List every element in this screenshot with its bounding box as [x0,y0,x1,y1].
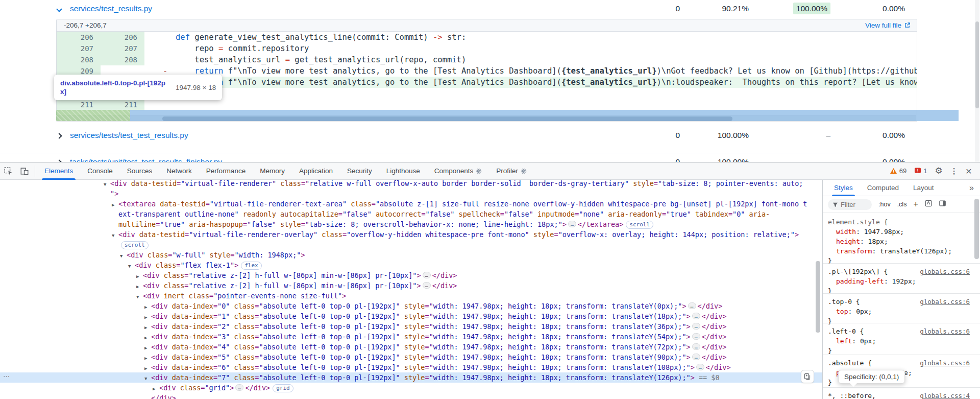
ellipsis-button[interactable]: … [692,323,700,330]
chevron-right-icon[interactable] [57,157,61,162]
tab-sources[interactable]: Sources [120,162,160,180]
stylesheet-link[interactable]: globals.css:6 [920,267,970,276]
more-tabs-icon[interactable]: » [969,183,980,193]
expand-arrow-icon[interactable]: ▶ [153,384,159,394]
dom-tree-row[interactable]: multiline="true" aria-haspopup="false" s… [0,219,822,229]
css-property[interactable]: width: 1947.98px; [823,227,980,237]
dom-tree-row[interactable]: "> [0,189,822,199]
dom-tree-row[interactable]: ▼<div data-testid="virtual-file-renderer… [0,180,822,189]
dom-tree-row[interactable]: ▼<div class="w-full" style="width: 1948p… [0,250,822,260]
dom-tree-row[interactable]: ▼<div data-index="7" class="absolute lef… [0,372,822,383]
layout-badge[interactable]: scroll [121,241,149,249]
view-full-file-link[interactable]: View full file [865,21,911,29]
dom-tree-row[interactable]: ▼<div inert class="pointer-events-none s… [0,291,822,301]
file-link[interactable]: tasks/tests/unit/test_test_results_finis… [70,157,222,162]
dom-tree-row[interactable]: ▶<div class="relative z-[2] h-full w-[86… [0,270,822,280]
inspect-element-icon[interactable] [0,162,16,180]
stylesheet-link[interactable]: globals.css:4 [920,391,970,399]
css-selector[interactable]: .absolute { [828,359,872,367]
file-link[interactable]: services/test_results.py [70,4,152,13]
expand-arrow-icon[interactable]: ▶ [144,343,151,353]
tab-lighthouse[interactable]: Lighthouse [379,162,427,180]
tab-console[interactable]: Console [80,162,120,180]
file-link[interactable]: services/tests/test_test_results.py [70,131,188,140]
expand-arrow-icon[interactable]: ▶ [136,281,143,292]
ellipsis-button[interactable]: … [692,343,700,350]
expand-arrow-icon[interactable]: ▶ [136,271,143,281]
tab-layout[interactable]: Layout [913,180,934,196]
expand-arrow-icon[interactable]: ▶ [112,200,118,210]
dom-tree-row[interactable]: ext-transparent outline-none" readonly a… [0,209,822,219]
css-selector[interactable]: *, ::before, [828,392,876,399]
dom-panel-scrollbar-thumb[interactable] [816,261,820,333]
tab-styles[interactable]: Styles [834,180,853,196]
stylesheet-link[interactable]: globals.css:6 [920,358,970,368]
ellipsis-button[interactable]: … [688,302,696,309]
more-options-icon[interactable]: ⋮ [950,167,958,176]
tab-elements[interactable]: Elements [37,162,80,180]
chevron-right-icon[interactable] [57,131,61,140]
tab-memory[interactable]: Memory [253,162,292,180]
collapse-arrow-icon[interactable]: ▼ [128,261,135,271]
dom-tree-row[interactable]: ▶<div data-index="1" class="absolute lef… [0,311,822,321]
ellipsis-button[interactable]: … [692,333,700,340]
dom-tree-row[interactable]: ▶<div data-index="2" class="absolute lef… [0,321,822,332]
tab-network[interactable]: Network [159,162,199,180]
console-warnings-button[interactable]: 69 [890,167,906,175]
css-property[interactable]: padding-left: 192px; [823,276,980,286]
dom-tree-row[interactable]: ▼<div data-testid="virtual-file-renderer… [0,229,822,240]
dom-tree-row[interactable]: ▶<div class="relative z-[2] h-full w-[86… [0,280,822,291]
tab-computed[interactable]: Computed [867,180,899,196]
new-style-rule-button[interactable]: + [913,200,918,209]
device-toolbar-icon[interactable] [16,162,33,180]
dom-tree-row[interactable]: ▶<div class="grid">…</div>grid [0,383,822,393]
row-options-icon[interactable]: ⋯ [3,372,10,380]
expand-arrow-icon[interactable]: ▶ [144,333,151,343]
expand-arrow-icon[interactable]: ▶ [144,363,151,373]
ellipsis-button[interactable]: … [568,221,576,227]
ellipsis-button[interactable]: … [696,364,704,370]
dom-tree-row[interactable]: scroll [0,240,822,250]
styles-filter-input[interactable] [841,201,867,208]
expand-arrow-icon[interactable]: ▶ [144,302,151,312]
ellipsis-button[interactable]: … [692,313,700,319]
ellipsis-button[interactable]: … [423,272,431,278]
ellipsis-button[interactable]: … [235,384,243,391]
dom-tree-row[interactable]: ▶<div data-index="4" class="absolute lef… [0,342,822,352]
rendering-emulation-icon[interactable] [925,200,932,209]
css-selector[interactable]: element.style { [828,218,888,226]
css-property[interactable]: left: 0px; [823,336,980,346]
css-property[interactable]: transform: translateY(126px); [823,246,980,256]
close-devtools-icon[interactable]: × [966,166,972,176]
expand-arrow-icon[interactable]: ▶ [144,312,151,322]
copy-element-button[interactable] [801,370,814,383]
expand-arrow-icon[interactable]: ▶ [144,322,151,333]
layout-badge[interactable]: flex [241,262,262,270]
tab-components[interactable]: Components [427,162,489,180]
chevron-down-icon[interactable] [57,4,61,13]
issues-button[interactable]: 1 [914,167,927,175]
settings-gear-icon[interactable]: ⚙ [935,166,942,176]
dom-tree-row[interactable]: ▶<textarea data-testid="virtual-file-ren… [0,199,822,209]
dom-tree-row[interactable]: </div> [0,393,822,399]
layout-badge[interactable]: grid [273,384,293,392]
page-scrollbar[interactable] [975,0,979,162]
page-scrollbar-thumb[interactable] [975,21,979,108]
dom-tree-row[interactable]: ▶<div data-index="0" class="absolute lef… [0,301,822,311]
styles-scrollbar-thumb[interactable] [974,199,979,259]
stylesheet-link[interactable]: globals.css:6 [920,297,970,307]
tab-performance[interactable]: Performance [199,162,253,180]
ellipsis-button[interactable]: … [423,282,431,289]
computed-panel-toggle-icon[interactable] [939,200,946,209]
css-property[interactable]: height: 18px; [823,237,980,246]
css-property[interactable]: top: 0px; [823,307,980,316]
collapse-arrow-icon[interactable]: ▼ [112,230,118,241]
stylesheet-link[interactable]: globals.css:6 [920,326,970,336]
expand-arrow-icon[interactable]: ▶ [144,353,151,363]
css-selector[interactable]: .left-0 { [828,327,864,335]
dom-tree-row[interactable]: ▶<div data-index="6" class="absolute lef… [0,362,822,372]
collapse-arrow-icon[interactable]: ▼ [144,373,151,384]
styles-filter[interactable] [828,199,872,210]
collapse-arrow-icon[interactable]: ▼ [120,251,127,261]
tab-profiler[interactable]: Profiler [489,162,534,180]
